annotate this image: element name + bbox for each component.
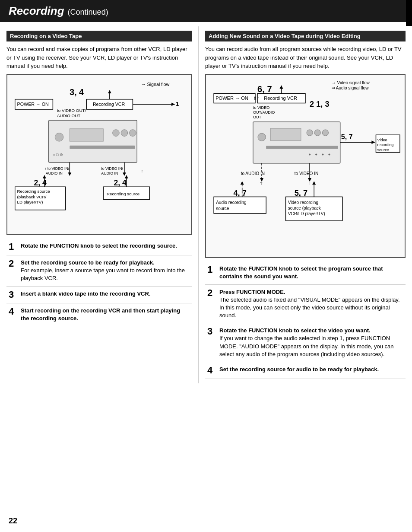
right-step-num-3: 3 bbox=[207, 327, 216, 336]
left-step-num-1: 1 bbox=[9, 242, 17, 252]
svg-text:Recording VCR: Recording VCR bbox=[93, 102, 125, 107]
left-diagram-box: → Signal flow 3, 4 POWER → ON Recording … bbox=[6, 74, 192, 236]
svg-text:1: 1 bbox=[176, 101, 179, 107]
svg-text:↑: ↑ bbox=[309, 181, 311, 186]
main-content: Recording on a Video Tape You can record… bbox=[0, 22, 412, 383]
svg-marker-24 bbox=[123, 172, 126, 176]
svg-point-66 bbox=[328, 153, 330, 155]
left-step-2: 2 Set the recording source to be ready f… bbox=[6, 255, 192, 287]
svg-rect-58 bbox=[270, 128, 301, 140]
svg-rect-84 bbox=[214, 197, 266, 213]
svg-text:source: source bbox=[377, 147, 389, 152]
header-title-cont: (Continued) bbox=[68, 8, 108, 17]
svg-text:⇒ Audio signal flow: ⇒ Audio signal flow bbox=[332, 86, 369, 90]
svg-point-17 bbox=[121, 129, 128, 136]
left-section-header: Recording on a Video Tape bbox=[6, 31, 192, 41]
svg-rect-56 bbox=[253, 121, 340, 163]
svg-marker-11 bbox=[171, 102, 175, 106]
svg-text:source: source bbox=[216, 206, 229, 210]
svg-text:3, 4: 3, 4 bbox=[70, 87, 84, 96]
left-step-text-2: Set the recording source to be ready for… bbox=[21, 259, 190, 283]
right-intro: You can record audio from all program so… bbox=[205, 45, 406, 70]
right-step-num-4: 4 bbox=[207, 366, 216, 375]
left-intro: You can record and make copies of progra… bbox=[6, 45, 192, 70]
left-column: Recording on a Video Tape You can record… bbox=[0, 26, 199, 383]
right-step-text-2: Press FUNCTION MODE. The selected audio … bbox=[219, 288, 403, 320]
svg-text:↑: ↑ bbox=[141, 169, 143, 173]
svg-text:OUT: OUT bbox=[253, 115, 262, 119]
header-title-bold: Recording bbox=[9, 4, 64, 18]
svg-point-63 bbox=[309, 153, 311, 155]
left-step-text-4: Start recording on the recording VCR and… bbox=[21, 307, 190, 322]
svg-text:AUDIO IN: AUDIO IN bbox=[101, 171, 118, 175]
svg-text:2  1, 3: 2 1, 3 bbox=[310, 99, 329, 108]
page-number: 22 bbox=[9, 516, 17, 526]
svg-marker-22 bbox=[68, 172, 71, 176]
svg-text:VCR/LD player/TV): VCR/LD player/TV) bbox=[288, 211, 325, 216]
svg-text:POWER → ON: POWER → ON bbox=[17, 102, 49, 107]
svg-marker-7 bbox=[108, 90, 111, 93]
svg-point-57 bbox=[258, 133, 266, 141]
right-diagram-box: → Video signal flow ⇒ Audio signal flow … bbox=[205, 74, 406, 258]
left-steps-list: 1 Rotate the FUNCTION knob to select the… bbox=[6, 239, 192, 326]
left-step-3: 3 Insert a blank video tape into the rec… bbox=[6, 287, 192, 303]
right-steps-list: 1 Rotate the FUNCTION knob to select the… bbox=[205, 261, 406, 379]
left-step-text-1: Rotate the FUNCTION knob to select the r… bbox=[21, 242, 177, 250]
left-step-num-2: 2 bbox=[9, 259, 17, 268]
svg-text:(playback VCR/: (playback VCR/ bbox=[17, 194, 47, 199]
svg-text:4, 7: 4, 7 bbox=[234, 189, 247, 198]
right-step-text-3: Rotate the FUNCTION knob to select the v… bbox=[219, 327, 403, 358]
svg-text:to AUDIO IN: to AUDIO IN bbox=[241, 171, 265, 176]
svg-marker-50 bbox=[279, 85, 283, 89]
left-step-num-3: 3 bbox=[9, 290, 17, 299]
svg-marker-68 bbox=[371, 140, 375, 144]
svg-text:2, 4: 2, 4 bbox=[114, 178, 127, 187]
svg-point-64 bbox=[315, 153, 317, 155]
svg-text:LD player/TV): LD player/TV) bbox=[17, 200, 43, 204]
svg-text:⇑↑: ⇑↑ bbox=[253, 96, 260, 101]
left-step-1: 1 Rotate the FUNCTION knob to select the… bbox=[6, 239, 192, 255]
svg-rect-19 bbox=[70, 145, 135, 149]
svg-point-18 bbox=[130, 129, 136, 136]
right-step-2: 2 Press FUNCTION MODE. The selected audi… bbox=[205, 285, 406, 324]
svg-text:POWER → ON: POWER → ON bbox=[216, 96, 248, 101]
right-step-text-1: Rotate the FUNCTION knob to select the p… bbox=[219, 265, 403, 280]
svg-text:→ Signal flow: → Signal flow bbox=[141, 81, 170, 86]
svg-marker-39 bbox=[43, 175, 46, 178]
right-step-num-1: 1 bbox=[207, 265, 216, 274]
svg-rect-15 bbox=[70, 128, 103, 141]
svg-text:OUT/AUDIO: OUT/AUDIO bbox=[253, 110, 275, 114]
svg-text:AUDIO OUT: AUDIO OUT bbox=[57, 113, 80, 118]
svg-text:to VIDEO IN: to VIDEO IN bbox=[295, 171, 318, 176]
svg-text:6, 7: 6, 7 bbox=[257, 84, 272, 94]
svg-text:Audio recording: Audio recording bbox=[216, 200, 247, 204]
left-step-num-4: 4 bbox=[9, 307, 17, 316]
svg-rect-62 bbox=[266, 146, 338, 149]
svg-marker-92 bbox=[241, 181, 244, 185]
right-step-1: 1 Rotate the FUNCTION knob to select the… bbox=[205, 261, 406, 284]
left-diagram-svg: → Signal flow 3, 4 POWER → ON Recording … bbox=[11, 78, 187, 230]
svg-point-16 bbox=[113, 129, 120, 136]
svg-text:Video recording: Video recording bbox=[288, 200, 318, 204]
svg-text:5, 7: 5, 7 bbox=[341, 133, 353, 140]
right-diagram-svg: → Video signal flow ⇒ Audio signal flow … bbox=[209, 78, 401, 253]
svg-text:Recording VCR: Recording VCR bbox=[264, 96, 297, 101]
left-step-4: 4 Start recording on the recording VCR a… bbox=[6, 303, 192, 326]
svg-text:Video: Video bbox=[377, 138, 387, 142]
svg-point-60 bbox=[314, 130, 320, 136]
svg-point-61 bbox=[322, 130, 328, 136]
svg-text:5, 7: 5, 7 bbox=[295, 189, 307, 198]
svg-text:○  □ ⊕: ○ □ ⊕ bbox=[53, 153, 63, 157]
svg-text:AUDIO IN: AUDIO IN bbox=[46, 171, 63, 175]
svg-point-65 bbox=[322, 153, 323, 155]
right-step-text-4: Set the recording source for audio to be… bbox=[219, 366, 379, 373]
svg-text:Recording source: Recording source bbox=[17, 188, 50, 193]
right-step-num-2: 2 bbox=[207, 288, 216, 298]
svg-text:recording: recording bbox=[377, 143, 393, 147]
page-header: Recording (Continued) bbox=[0, 0, 412, 22]
svg-text:Recording source: Recording source bbox=[107, 191, 139, 196]
svg-text:→ Video signal flow: → Video signal flow bbox=[332, 80, 370, 85]
svg-point-14 bbox=[55, 133, 63, 141]
left-step-text-3: Insert a blank video tape into the recor… bbox=[21, 290, 151, 298]
right-step-4: 4 Set the recording source for audio to … bbox=[205, 362, 406, 379]
